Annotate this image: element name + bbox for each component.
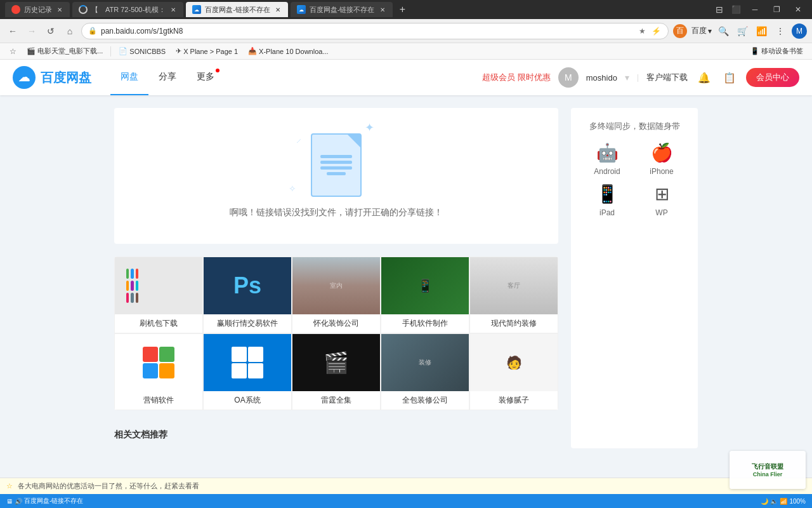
forward-button[interactable]: → (24, 23, 39, 39)
deco-2: ⟋ (295, 137, 303, 145)
vip-center-button[interactable]: 会员中心 (746, 68, 799, 87)
tab-baidu1[interactable]: ☁ 百度网盘-链接不存在 ✕ (186, 2, 288, 17)
wifi-icon[interactable]: 📶 (754, 23, 769, 39)
rec-item-2[interactable]: 室内 怀化装饰公司 (292, 257, 381, 333)
rec-grid: 刷机包下载 Ps 赢顺行情交易软件 室内 怀化装饰公司 (114, 257, 558, 410)
tab-history[interactable]: 历史记录 ✕ (5, 2, 70, 17)
tab-favicon-baidu1: ☁ (192, 5, 201, 14)
logo-text: 百度网盘 (41, 69, 91, 86)
tab-strip-btn[interactable]: ⬛ (730, 3, 742, 16)
nav-more[interactable]: 更多 (187, 60, 225, 95)
rec-item-1[interactable]: Ps 赢顺行情交易软件 (203, 257, 292, 333)
refresh-button[interactable]: ↺ (43, 23, 58, 39)
bell-icon[interactable]: 🔔 (695, 69, 713, 86)
tab-close-baidu2[interactable]: ✕ (379, 6, 386, 13)
brand-logo: 飞行音联盟 China Flier (730, 451, 806, 489)
baidu-search-btn[interactable]: 百 (672, 23, 688, 39)
rec-item-4[interactable]: 客厅 现代简约装修 (469, 257, 558, 333)
back-button[interactable]: ← (5, 23, 20, 39)
rss-icon[interactable]: ⚡ (650, 25, 662, 37)
doc-icon (311, 133, 362, 197)
vip-text: 超级会员 (482, 72, 515, 82)
tab-atr[interactable]: 【 ATR 72-500-机模： ✕ (72, 2, 183, 17)
titlebar: 历史记录 ✕ 【 ATR 72-500-机模： ✕ ☁ 百度网盘-链接不存在 ✕… (0, 0, 812, 19)
tab-spinner-atr (79, 5, 88, 14)
brand-name-en: China Flier (753, 471, 783, 478)
device-ipad[interactable]: 📱 iPad (584, 184, 631, 217)
device-ipad-label: iPad (599, 208, 615, 217)
sidebar-sync-title: 多终端同步，数据随身带 (584, 121, 685, 132)
search-button[interactable]: 🔍 (716, 23, 731, 39)
home-button[interactable]: ⌂ (62, 23, 77, 39)
rec-label-8: 全包装修公司 (381, 391, 469, 410)
bookmark-favicon-2: 📄 (119, 47, 128, 55)
bookmark-dianying[interactable]: 🎬 电影天堂_电影下载... (23, 45, 107, 57)
sidebar-toggle-btn[interactable]: ⊟ (713, 3, 726, 16)
rec-item-0[interactable]: 刷机包下载 (114, 257, 203, 333)
nav-more-badge (216, 69, 219, 72)
nav-share[interactable]: 分享 (148, 60, 187, 95)
clipboard-icon[interactable]: 📋 (721, 69, 738, 86)
tab-baidu2[interactable]: ☁ 百度网盘-链接不存在 ✕ (291, 2, 393, 17)
rec-label-0: 刷机包下载 (115, 314, 202, 333)
bookmark-label-4: X-Plane 10 Downloa... (259, 48, 328, 55)
vip-sub-text: 限时优惠 (518, 72, 551, 82)
rec-item-7[interactable]: 🎬 雷霆全集 (292, 333, 381, 410)
profile-button[interactable]: M (792, 23, 807, 39)
rec-item-5[interactable]: 营销软件 (114, 333, 203, 410)
rec-thumb-6 (204, 334, 291, 391)
tab-close-atr[interactable]: ✕ (169, 6, 177, 13)
rec-item-8[interactable]: 装修 全包装修公司 (381, 333, 469, 410)
rec-item-3[interactable]: 📱 手机软件制作 (381, 257, 469, 333)
page-content: ✦ ⟋ ✧ 啊哦！链接错误没找到文件，请打开正确的分享链接！ (102, 95, 710, 461)
notif-star-icon: ☆ (6, 482, 13, 490)
bookmark-xplane[interactable]: ✈ X Plane > Page 1 (172, 46, 242, 57)
bookmark-label-1: 电影天堂_电影下载... (37, 46, 103, 56)
cart-icon[interactable]: 🛒 (735, 23, 750, 39)
rec-item-6[interactable]: OA系统 (203, 333, 292, 410)
bookmark-xplane-dl[interactable]: 📥 X-Plane 10 Downloa... (244, 46, 332, 57)
rec-label-4: 现代简约装修 (470, 314, 558, 333)
brand-name-cn: 飞行音联盟 (752, 462, 783, 471)
new-tab-button[interactable]: + (395, 2, 410, 17)
close-button[interactable]: ✕ (789, 3, 807, 16)
bookmark-sonicbbs[interactable]: 📄 SONICBBS (115, 46, 169, 57)
statusbar-zoom: 100% (789, 498, 806, 505)
tab-close-baidu1[interactable]: ✕ (274, 6, 282, 13)
bookmark-label-3: X Plane > Page 1 (183, 48, 238, 55)
client-download-link[interactable]: 客户端下载 (646, 72, 688, 83)
device-android-label: Android (594, 167, 620, 176)
statusbar-speaker: 🔈 (770, 498, 778, 505)
restore-button[interactable]: ❐ (768, 3, 785, 16)
bookmarks-star[interactable]: ☆ (5, 44, 20, 59)
baidupan-nav: 网盘 分享 更多 (110, 60, 225, 95)
bookmark-favicon-4: 📥 (248, 47, 257, 55)
doc-line-1 (320, 155, 352, 158)
tab-close-history[interactable]: ✕ (56, 6, 63, 13)
device-grid: 🤖 Android 🍎 iPhone 📱 iPad ⊞ WP (584, 142, 685, 217)
doc-line-3 (320, 166, 352, 170)
url-bar[interactable]: 🔒 pan.baidu.com/s/1gtkN8 ★ ⚡ (81, 23, 669, 39)
rec-thumb-3: 📱 (381, 257, 469, 314)
error-illustration: ✦ ⟋ ✧ (292, 133, 381, 197)
device-iphone[interactable]: 🍎 iPhone (638, 142, 685, 176)
device-android[interactable]: 🤖 Android (584, 142, 631, 176)
statusbar-network: 🖥 🔊 百度网盘-链接不存在 (6, 497, 83, 505)
star-icon[interactable]: ★ (636, 25, 648, 37)
related-section: 相关文档推荐 (114, 423, 558, 448)
nav-netdisk[interactable]: 网盘 (110, 60, 148, 95)
minimize-button[interactable]: ─ (746, 3, 764, 16)
brand-inner: 飞行音联盟 China Flier (752, 462, 783, 478)
url-text: pan.baidu.com/s/1gtkN8 (101, 27, 632, 36)
doc-line-4 (327, 172, 346, 175)
rec-label-1: 赢顺行情交易软件 (204, 314, 291, 333)
rec-item-9[interactable]: 🧑 装修腻子 (469, 333, 558, 410)
menu-button[interactable]: ⋮ (773, 23, 788, 39)
vip-link[interactable]: 超级会员 限时优惠 (482, 72, 551, 83)
dropdown-chevron[interactable]: ▾ (625, 72, 629, 83)
search-engine-label[interactable]: 百度 ▾ (691, 25, 712, 36)
tab-favicon-history (11, 5, 20, 14)
baidupan-logo[interactable]: ☁ 百度网盘 (13, 66, 91, 89)
bookmark-mobile[interactable]: 📱 移动设备书签 (747, 45, 807, 57)
device-wp[interactable]: ⊞ WP (638, 184, 685, 217)
